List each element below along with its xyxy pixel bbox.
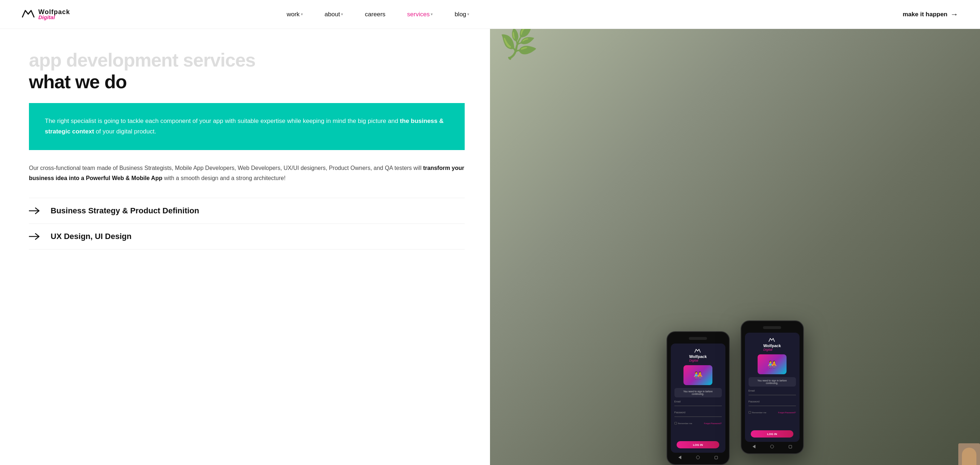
service-item-1[interactable]: Business Strategy & Product Definition	[29, 198, 465, 223]
recent-icon	[788, 444, 793, 449]
nav-item-services[interactable]: services ▾	[407, 11, 433, 18]
nav-item-work[interactable]: work ▾	[287, 11, 303, 18]
nav-item-about[interactable]: about ▾	[325, 11, 344, 18]
phone-password-label-right: Password	[749, 400, 796, 403]
service-label-1: Business Strategy & Product Definition	[51, 206, 199, 215]
chevron-down-icon: ▾	[467, 12, 469, 17]
phone-right: Wolfpack Digital 🧑‍🤝‍🧑 You need to sign …	[741, 320, 804, 454]
nav-link-services[interactable]: services ▾	[407, 11, 433, 18]
phone-illustration-right: 🧑‍🤝‍🧑	[757, 354, 786, 374]
phone-options-row: Remember me Forgot Password?	[675, 422, 722, 425]
logo-digital: Digital	[38, 14, 70, 20]
phone-email-field-right	[749, 395, 796, 395]
avatar-face	[962, 447, 976, 465]
home-icon	[695, 455, 700, 460]
phone-options-row-right: Remember me Forgot Password?	[749, 411, 796, 414]
nav-link-work[interactable]: work ▾	[287, 11, 303, 18]
phone-notice-right: You need to sign in before continuing.	[749, 377, 796, 387]
navbar: Wolfpack Digital work ▾ about ▾ careers …	[0, 0, 980, 29]
phone-login-button[interactable]: LOG IN	[676, 441, 719, 448]
section-title: what we do	[29, 72, 465, 92]
phone-notch	[689, 337, 707, 340]
left-content: app development services what we do The …	[0, 29, 490, 465]
phone-remember-checkbox	[675, 422, 677, 425]
phone-notice: You need to sign in before continuing.	[675, 388, 722, 397]
arrow-right-icon: →	[950, 10, 958, 19]
phone-logo-right: Wolfpack Digital	[764, 337, 781, 352]
phone-logo-left: Wolfpack Digital	[689, 348, 707, 362]
phone-password-field-right	[749, 406, 796, 406]
phone-forgot-password: Forgot Password?	[704, 422, 722, 425]
recent-icon	[713, 455, 719, 460]
nav-link-blog[interactable]: blog ▾	[455, 11, 469, 18]
description-text: Our cross-functional team made of Busine…	[29, 163, 465, 183]
teal-block: The right specialist is going to tackle …	[29, 103, 465, 150]
phone-password-field	[675, 417, 722, 417]
section-subtitle: app development services	[29, 51, 465, 69]
chevron-down-icon: ▾	[341, 12, 343, 17]
right-image: 🌿 Wolfpack Digital 🧑‍🤝‍�	[490, 29, 980, 465]
logo-icon	[22, 8, 35, 21]
arrow-right-icon	[29, 233, 40, 240]
phone-bottom-bar-left	[671, 453, 725, 461]
phone-left: Wolfpack Digital 🧑‍🤝‍🧑 You need to sign …	[667, 331, 730, 465]
service-label-2: UX Design, UI Design	[51, 232, 132, 241]
phone-screen-right: Wolfpack Digital 🧑‍🤝‍🧑 You need to sign …	[745, 333, 800, 442]
cta-button[interactable]: make it happen →	[903, 10, 958, 19]
nav-item-careers[interactable]: careers	[365, 11, 385, 18]
phone-remember-checkbox-right	[749, 411, 751, 414]
phone-illustration-left: 🧑‍🤝‍🧑	[684, 365, 713, 385]
arrow-right-icon	[29, 207, 40, 214]
chevron-down-icon: ▾	[301, 12, 303, 17]
nav-link-careers[interactable]: careers	[365, 11, 385, 18]
phone-email-label-right: Email	[749, 389, 796, 392]
phone-forgot-password-right: Forgot Password?	[778, 411, 796, 414]
phone-screen-left: Wolfpack Digital 🧑‍🤝‍🧑 You need to sign …	[671, 344, 725, 453]
phone-email-field	[675, 406, 722, 406]
nav-links: work ▾ about ▾ careers services ▾ blog ▾	[287, 11, 470, 18]
phone-bottom-bar-right	[745, 442, 800, 450]
logo-text: Wolfpack Digital	[38, 9, 70, 20]
logo[interactable]: Wolfpack Digital	[22, 8, 70, 21]
teal-block-text: The right specialist is going to tackle …	[45, 116, 449, 137]
avatar	[958, 443, 980, 465]
service-item-2[interactable]: UX Design, UI Design	[29, 223, 465, 250]
nav-link-about[interactable]: about ▾	[325, 11, 344, 18]
back-icon	[751, 444, 757, 449]
home-icon	[770, 444, 775, 449]
back-icon	[677, 455, 682, 460]
page-layout: app development services what we do The …	[0, 29, 980, 465]
phone-email-label: Email	[675, 400, 722, 403]
nav-item-blog[interactable]: blog ▾	[455, 11, 469, 18]
phone-login-button-right[interactable]: LOG IN	[751, 430, 794, 438]
chevron-down-icon: ▾	[431, 12, 433, 17]
phone-password-label: Password	[675, 411, 722, 414]
phones-container: Wolfpack Digital 🧑‍🤝‍🧑 You need to sign …	[667, 320, 804, 465]
phone-notch	[763, 326, 781, 329]
